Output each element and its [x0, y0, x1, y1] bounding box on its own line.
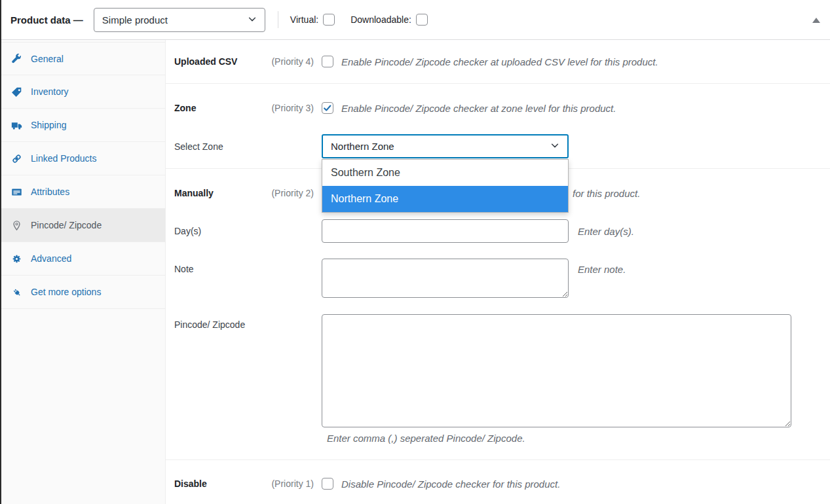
zone-description: Enable Pincode/ Zipcode checker at zone …	[341, 103, 616, 114]
sidebar-item-label: Advanced	[31, 253, 71, 264]
uploaded-csv-priority: (Priority 4)	[270, 56, 314, 67]
pincode-label: Pincode/ Zipcode	[174, 314, 270, 330]
gear-icon	[11, 253, 22, 264]
chevron-down-icon	[550, 141, 559, 152]
link-icon	[11, 153, 22, 164]
product-type-select[interactable]: Simple product	[94, 8, 265, 32]
pincode-row: Pincode/ Zipcode Enter comma (,) seperat…	[166, 314, 830, 444]
disable-description: Disable Pincode/ Zipcode checker for thi…	[341, 478, 560, 490]
header-divider	[278, 11, 278, 28]
collapse-panel-button[interactable]	[810, 14, 822, 26]
tag-icon	[11, 86, 22, 98]
sidebar-item-inventory[interactable]: Inventory	[1, 75, 165, 109]
zone-dropdown-list: Southern Zone Northern Zone	[322, 159, 569, 213]
index-card-icon	[11, 187, 22, 198]
sidebar-item-label: Pincode/ Zipcode	[31, 220, 102, 230]
note-label: Note	[174, 259, 270, 274]
uploaded-csv-checkbox[interactable]	[322, 56, 333, 67]
zone-section: Zone (Priority 3) Enable Pincode/ Zipcod…	[166, 84, 830, 169]
days-description: Enter day(s).	[578, 226, 634, 237]
sidebar-item-linked-products[interactable]: Linked Products	[1, 142, 165, 175]
virtual-label: Virtual:	[290, 14, 318, 25]
wrench-icon	[11, 53, 22, 64]
sidebar-item-attributes[interactable]: Attributes	[1, 175, 165, 209]
pincode-description: Enter comma (,) seperated Pincode/ Zipco…	[327, 433, 791, 444]
select-zone-label: Select Zone	[174, 141, 270, 152]
manually-priority: (Priority 2)	[270, 188, 314, 198]
sidebar-item-label: General	[31, 54, 64, 64]
sidebar-item-label: Attributes	[31, 187, 69, 197]
zone-option-southern[interactable]: Southern Zone	[322, 160, 568, 186]
sidebar-item-shipping[interactable]: Shipping	[1, 109, 165, 142]
sidebar-item-pincode-zipcode[interactable]: Pincode/ Zipcode	[1, 209, 165, 242]
uploaded-csv-row: Uploaded CSV (Priority 4) Enable Pincode…	[166, 50, 658, 73]
sidebar-item-get-more-options[interactable]: Get more options	[1, 276, 165, 309]
disable-row: Disable (Priority 1) Disable Pincode/ Zi…	[166, 472, 830, 495]
uploaded-csv-label: Uploaded CSV	[174, 56, 270, 67]
location-pin-icon	[11, 220, 22, 231]
zone-priority: (Priority 3)	[270, 103, 314, 113]
product-data-metabox: Product data — Simple product Virtual: D…	[0, 0, 830, 504]
days-input[interactable]	[322, 219, 569, 243]
triangle-up-icon	[812, 18, 820, 23]
zone-checkbox[interactable]	[322, 102, 333, 114]
note-row: Note Enter note.	[166, 259, 830, 298]
disable-priority: (Priority 1)	[270, 478, 314, 489]
pincode-textarea[interactable]	[322, 314, 791, 427]
select-zone-dropdown[interactable]: Northern Zone	[322, 134, 569, 158]
disable-checkbox[interactable]	[322, 478, 333, 490]
sidebar-item-advanced[interactable]: Advanced	[1, 242, 165, 276]
manually-label: Manually	[174, 188, 270, 198]
downloadable-label: Downloadable:	[350, 14, 411, 25]
plug-icon	[11, 287, 22, 298]
zone-label: Zone	[174, 103, 270, 113]
days-label: Day(s)	[174, 226, 270, 236]
virtual-checkbox[interactable]	[323, 14, 335, 26]
uploaded-csv-section: Uploaded CSV (Priority 4) Enable Pincode…	[166, 40, 830, 84]
truck-icon	[11, 120, 22, 131]
uploaded-csv-description: Enable Pincode/ Zipcode checker at uploa…	[341, 56, 658, 67]
chevron-down-icon	[248, 14, 257, 26]
select-zone-value: Northern Zone	[331, 141, 550, 152]
manually-description-fragment: for this product.	[573, 188, 640, 199]
sidebar-item-label: Get more options	[31, 287, 101, 297]
product-type-value: Simple product	[102, 14, 248, 26]
metabox-title: Product data —	[10, 14, 83, 26]
metabox-header: Product data — Simple product Virtual: D…	[1, 0, 830, 40]
downloadable-checkbox[interactable]	[416, 14, 428, 26]
sidebar-item-label: Inventory	[31, 86, 69, 97]
note-description: Enter note.	[578, 259, 626, 275]
disable-section: Disable (Priority 1) Disable Pincode/ Zi…	[166, 460, 830, 504]
days-row: Day(s) Enter day(s).	[166, 219, 830, 243]
select-zone-row: Select Zone Northern Zone	[166, 134, 830, 158]
zone-row: Zone (Priority 3) Enable Pincode/ Zipcod…	[166, 96, 830, 120]
product-data-tabs: General Inventory Shipping Linked Produc…	[1, 40, 166, 504]
sidebar-item-label: Linked Products	[31, 153, 96, 164]
sidebar-item-label: Shipping	[31, 120, 67, 130]
sidebar-item-general[interactable]: General	[1, 42, 165, 75]
zone-option-northern[interactable]: Northern Zone	[322, 186, 568, 212]
pincode-zipcode-panel: Uploaded CSV (Priority 4) Enable Pincode…	[166, 40, 830, 504]
note-textarea[interactable]	[322, 259, 569, 298]
disable-label: Disable	[174, 478, 270, 489]
